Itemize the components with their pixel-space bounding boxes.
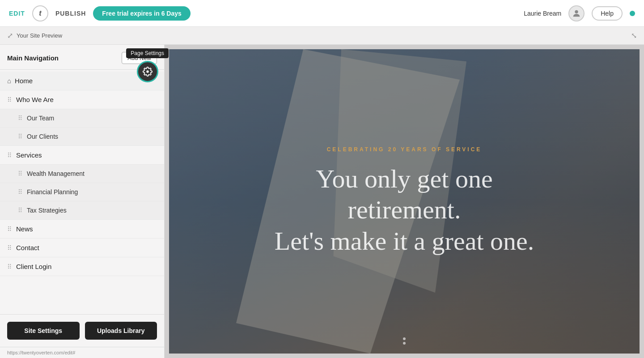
drag-handle: ⠿ xyxy=(7,226,12,233)
nav-label-services: Services xyxy=(16,151,42,159)
nav-item-financial-planning[interactable]: ⠿ Financial Planning xyxy=(0,183,164,201)
hero-title-line3: Let's make it a great one. xyxy=(275,226,534,256)
sidebar-bottom: Site Settings Uploads Library xyxy=(0,314,164,347)
page-settings-button[interactable] xyxy=(137,61,158,82)
top-bar-left: EDIT t PUBLISH Free trial expires in 6 D… xyxy=(9,5,191,21)
hero-subtitle: CELEBRATING 20 YEARS OF SERVICE xyxy=(327,146,482,153)
scroll-dot-2 xyxy=(403,342,406,345)
hero-title-line1: You only get one xyxy=(316,164,492,193)
nav-item-our-clients[interactable]: ⠿ Our Clients xyxy=(0,128,164,146)
sidebar-header: Main Navigation Add New Page Settings xyxy=(0,45,164,70)
avatar xyxy=(568,5,585,21)
gear-icon xyxy=(143,67,153,77)
drag-handle: ⠿ xyxy=(7,263,12,270)
drag-handle: ⠿ xyxy=(18,207,22,214)
hero-title-line2: retirement. xyxy=(348,195,461,224)
url-bar: https://twentyoverten.com/edit# xyxy=(0,347,164,358)
main-layout: Main Navigation Add New Page Settings ⌂ … xyxy=(0,45,644,358)
sidebar-title: Main Navigation xyxy=(7,54,59,62)
nav-item-our-team[interactable]: ⠿ Our Team xyxy=(0,109,164,128)
nav-label-our-team: Our Team xyxy=(27,115,54,122)
tooltip-label: Page Settings xyxy=(126,48,169,58)
nav-label-news: News xyxy=(16,225,33,233)
drag-handle: ⠿ xyxy=(18,170,22,177)
preview-label: Your Site Preview xyxy=(17,32,62,39)
drag-handle: ⠿ xyxy=(7,152,12,159)
hero-content: CELEBRATING 20 YEARS OF SERVICE You only… xyxy=(169,49,640,354)
logo-letter: t xyxy=(39,9,41,17)
nav-label-who-we-are: Who We Are xyxy=(16,96,54,103)
nav-label-tax-strategies: Tax Strategies xyxy=(27,207,67,214)
home-icon: ⌂ xyxy=(7,77,11,85)
nav-label-wealth-management: Wealth Management xyxy=(27,170,85,177)
settings-tooltip: Page Settings xyxy=(126,48,169,82)
nav-item-client-login[interactable]: ⠿ Client Login xyxy=(0,257,164,276)
nav-label-home: Home xyxy=(15,77,33,85)
expand-icon[interactable]: ⤡ xyxy=(631,31,637,40)
nav-label-contact: Contact xyxy=(16,244,39,251)
nav-label-our-clients: Our Clients xyxy=(27,133,58,140)
nav-label-client-login: Client Login xyxy=(16,263,51,270)
top-bar-right: Laurie Bream Help xyxy=(524,5,635,21)
user-name: Laurie Bream xyxy=(524,10,561,17)
drag-handle: ⠿ xyxy=(18,188,22,196)
sidebar: Main Navigation Add New Page Settings ⌂ … xyxy=(0,45,165,358)
uploads-library-button[interactable]: Uploads Library xyxy=(85,322,157,340)
nav-list: ⌂ Home ⠿ Who We Are ⠿ Our Team ⠿ Our Cli… xyxy=(0,70,164,314)
nav-item-contact[interactable]: ⠿ Contact xyxy=(0,239,164,257)
drag-handle: ⠿ xyxy=(7,244,12,251)
notification-dot xyxy=(630,11,635,16)
preview-bar: ⤢ Your Site Preview ⤡ xyxy=(0,27,644,45)
preview-bar-left: ⤢ Your Site Preview xyxy=(7,31,62,40)
nav-item-who-we-are[interactable]: ⠿ Who We Are xyxy=(0,90,164,109)
nav-item-news[interactable]: ⠿ News xyxy=(0,220,164,239)
scroll-dot-1 xyxy=(403,337,406,340)
site-preview: CELEBRATING 20 YEARS OF SERVICE You only… xyxy=(169,49,640,354)
hero-title: You only get one retirement. Let's make … xyxy=(275,163,534,257)
svg-point-0 xyxy=(575,10,578,13)
nav-item-wealth-management[interactable]: ⠿ Wealth Management xyxy=(0,165,164,183)
drag-handle: ⠿ xyxy=(18,133,22,140)
help-button[interactable]: Help xyxy=(592,6,623,21)
edit-button[interactable]: EDIT xyxy=(9,10,25,17)
nav-label-financial-planning: Financial Planning xyxy=(27,188,78,196)
resize-icon: ⤢ xyxy=(7,31,13,40)
nav-item-services[interactable]: ⠿ Services xyxy=(0,146,164,165)
scroll-indicator xyxy=(403,337,406,345)
nav-item-tax-strategies[interactable]: ⠿ Tax Strategies xyxy=(0,201,164,220)
preview-area: CELEBRATING 20 YEARS OF SERVICE You only… xyxy=(165,45,644,358)
drag-handle: ⠿ xyxy=(18,115,22,122)
top-bar: EDIT t PUBLISH Free trial expires in 6 D… xyxy=(0,0,644,27)
site-settings-button[interactable]: Site Settings xyxy=(7,322,80,340)
publish-button[interactable]: PUBLISH xyxy=(55,10,86,17)
logo-circle: t xyxy=(32,5,48,21)
drag-handle: ⠿ xyxy=(7,96,12,103)
trial-badge[interactable]: Free trial expires in 6 Days xyxy=(93,6,190,21)
